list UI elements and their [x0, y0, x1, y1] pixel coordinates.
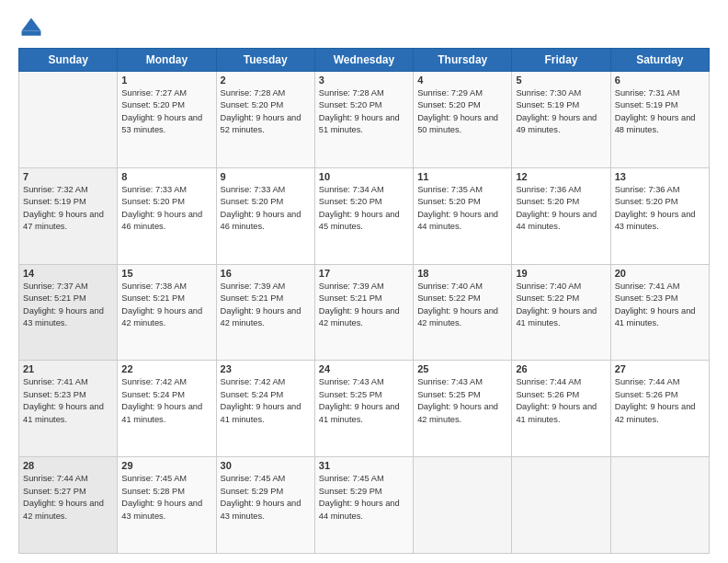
- day-number: 19: [516, 268, 606, 279]
- calendar-day-cell: 13Sunrise: 7:36 AMSunset: 5:20 PMDayligh…: [610, 167, 709, 264]
- day-info: Sunrise: 7:44 AMSunset: 5:26 PMDaylight:…: [615, 376, 705, 426]
- calendar-day-cell: 31Sunrise: 7:45 AMSunset: 5:29 PMDayligh…: [314, 457, 413, 554]
- calendar-header-row: SundayMondayTuesdayWednesdayThursdayFrid…: [19, 49, 710, 72]
- day-info: Sunrise: 7:33 AMSunset: 5:20 PMDaylight:…: [221, 184, 311, 234]
- calendar-day-cell: 18Sunrise: 7:40 AMSunset: 5:22 PMDayligh…: [414, 264, 512, 361]
- day-number: 1: [121, 75, 211, 86]
- calendar-day-cell: 23Sunrise: 7:42 AMSunset: 5:24 PMDayligh…: [216, 361, 314, 457]
- day-number: 21: [23, 363, 113, 374]
- day-number: 10: [319, 171, 409, 182]
- day-info: Sunrise: 7:42 AMSunset: 5:24 PMDaylight:…: [221, 376, 311, 426]
- calendar-day-cell: 1Sunrise: 7:27 AMSunset: 5:20 PMDaylight…: [118, 72, 216, 168]
- day-number: 23: [221, 363, 311, 374]
- day-info: Sunrise: 7:33 AMSunset: 5:20 PMDaylight:…: [121, 184, 211, 234]
- calendar-day-cell: 16Sunrise: 7:39 AMSunset: 5:21 PMDayligh…: [216, 264, 314, 361]
- calendar-header-day: Thursday: [414, 49, 512, 72]
- day-number: 18: [417, 268, 507, 279]
- calendar-day-cell: 14Sunrise: 7:37 AMSunset: 5:21 PMDayligh…: [19, 264, 118, 361]
- calendar-week-row: 28Sunrise: 7:44 AMSunset: 5:27 PMDayligh…: [19, 457, 710, 554]
- calendar-day-cell: 11Sunrise: 7:35 AMSunset: 5:20 PMDayligh…: [414, 167, 512, 264]
- day-number: 12: [516, 171, 606, 182]
- calendar-day-cell: 27Sunrise: 7:44 AMSunset: 5:26 PMDayligh…: [610, 361, 709, 457]
- svg-rect-1: [22, 31, 41, 36]
- day-info: Sunrise: 7:42 AMSunset: 5:24 PMDaylight:…: [121, 376, 211, 426]
- day-number: 7: [23, 171, 113, 182]
- day-info: Sunrise: 7:34 AMSunset: 5:20 PMDaylight:…: [319, 184, 409, 234]
- day-number: 29: [121, 460, 211, 471]
- calendar-day-cell: 2Sunrise: 7:28 AMSunset: 5:20 PMDaylight…: [216, 72, 314, 168]
- day-number: 27: [615, 363, 705, 374]
- calendar-day-cell: 12Sunrise: 7:36 AMSunset: 5:20 PMDayligh…: [512, 167, 610, 264]
- day-info: Sunrise: 7:29 AMSunset: 5:20 PMDaylight:…: [417, 87, 507, 137]
- calendar-header-day: Monday: [118, 49, 216, 72]
- calendar-week-row: 14Sunrise: 7:37 AMSunset: 5:21 PMDayligh…: [19, 264, 710, 361]
- day-info: Sunrise: 7:39 AMSunset: 5:21 PMDaylight:…: [221, 281, 311, 330]
- day-number: 30: [221, 460, 311, 471]
- calendar-day-cell: 28Sunrise: 7:44 AMSunset: 5:27 PMDayligh…: [19, 457, 118, 554]
- day-number: 4: [417, 75, 507, 86]
- calendar-day-cell: 22Sunrise: 7:42 AMSunset: 5:24 PMDayligh…: [118, 361, 216, 457]
- calendar-header-day: Friday: [512, 49, 610, 72]
- calendar-day-cell: 9Sunrise: 7:33 AMSunset: 5:20 PMDaylight…: [216, 167, 314, 264]
- calendar-week-row: 1Sunrise: 7:27 AMSunset: 5:20 PMDaylight…: [19, 72, 710, 168]
- day-info: Sunrise: 7:43 AMSunset: 5:25 PMDaylight:…: [319, 376, 409, 426]
- day-info: Sunrise: 7:38 AMSunset: 5:21 PMDaylight:…: [121, 281, 211, 330]
- day-number: 11: [417, 171, 507, 182]
- logo: [18, 15, 48, 40]
- day-info: Sunrise: 7:36 AMSunset: 5:20 PMDaylight:…: [516, 184, 606, 234]
- day-number: 16: [221, 268, 311, 279]
- day-info: Sunrise: 7:45 AMSunset: 5:29 PMDaylight:…: [221, 473, 311, 523]
- day-number: 25: [417, 363, 507, 374]
- page: SundayMondayTuesdayWednesdayThursdayFrid…: [0, 0, 728, 563]
- day-info: Sunrise: 7:40 AMSunset: 5:22 PMDaylight:…: [417, 281, 507, 330]
- calendar-day-cell: 26Sunrise: 7:44 AMSunset: 5:26 PMDayligh…: [512, 361, 610, 457]
- calendar-day-cell: 25Sunrise: 7:43 AMSunset: 5:25 PMDayligh…: [414, 361, 512, 457]
- calendar-table: SundayMondayTuesdayWednesdayThursdayFrid…: [18, 48, 710, 554]
- day-info: Sunrise: 7:41 AMSunset: 5:23 PMDaylight:…: [23, 376, 113, 426]
- day-number: 24: [319, 363, 409, 374]
- svg-marker-0: [22, 18, 41, 31]
- calendar-day-cell: 29Sunrise: 7:45 AMSunset: 5:28 PMDayligh…: [118, 457, 216, 554]
- header: [18, 15, 710, 40]
- day-number: 22: [121, 363, 211, 374]
- day-number: 14: [23, 268, 113, 279]
- day-number: 15: [121, 268, 211, 279]
- day-info: Sunrise: 7:28 AMSunset: 5:20 PMDaylight:…: [319, 87, 409, 137]
- calendar-day-cell: 4Sunrise: 7:29 AMSunset: 5:20 PMDaylight…: [414, 72, 512, 168]
- calendar-day-cell: 19Sunrise: 7:40 AMSunset: 5:22 PMDayligh…: [512, 264, 610, 361]
- day-info: Sunrise: 7:36 AMSunset: 5:20 PMDaylight:…: [615, 184, 705, 234]
- day-number: 26: [516, 363, 606, 374]
- calendar-day-cell: 5Sunrise: 7:30 AMSunset: 5:19 PMDaylight…: [512, 72, 610, 168]
- day-number: 31: [319, 460, 409, 471]
- day-info: Sunrise: 7:37 AMSunset: 5:21 PMDaylight:…: [23, 281, 113, 330]
- calendar-header-day: Sunday: [19, 49, 118, 72]
- day-number: 5: [516, 75, 606, 86]
- day-number: 6: [615, 75, 705, 86]
- calendar-day-cell: 30Sunrise: 7:45 AMSunset: 5:29 PMDayligh…: [216, 457, 314, 554]
- day-number: 17: [319, 268, 409, 279]
- calendar-day-cell: [19, 72, 118, 168]
- day-info: Sunrise: 7:31 AMSunset: 5:19 PMDaylight:…: [615, 87, 705, 137]
- day-number: 3: [319, 75, 409, 86]
- day-info: Sunrise: 7:39 AMSunset: 5:21 PMDaylight:…: [319, 281, 409, 330]
- day-info: Sunrise: 7:43 AMSunset: 5:25 PMDaylight:…: [417, 376, 507, 426]
- calendar-day-cell: 17Sunrise: 7:39 AMSunset: 5:21 PMDayligh…: [314, 264, 413, 361]
- day-info: Sunrise: 7:28 AMSunset: 5:20 PMDaylight:…: [221, 87, 311, 137]
- day-number: 2: [221, 75, 311, 86]
- calendar-day-cell: 8Sunrise: 7:33 AMSunset: 5:20 PMDaylight…: [118, 167, 216, 264]
- day-info: Sunrise: 7:40 AMSunset: 5:22 PMDaylight:…: [516, 281, 606, 330]
- calendar-day-cell: [512, 457, 610, 554]
- day-number: 20: [615, 268, 705, 279]
- day-info: Sunrise: 7:41 AMSunset: 5:23 PMDaylight:…: [615, 281, 705, 330]
- day-info: Sunrise: 7:45 AMSunset: 5:29 PMDaylight:…: [319, 473, 409, 523]
- day-number: 8: [121, 171, 211, 182]
- calendar-day-cell: 20Sunrise: 7:41 AMSunset: 5:23 PMDayligh…: [610, 264, 709, 361]
- calendar-day-cell: 7Sunrise: 7:32 AMSunset: 5:19 PMDaylight…: [19, 167, 118, 264]
- day-info: Sunrise: 7:30 AMSunset: 5:19 PMDaylight:…: [516, 87, 606, 137]
- calendar-day-cell: 3Sunrise: 7:28 AMSunset: 5:20 PMDaylight…: [314, 72, 413, 168]
- calendar-header-day: Tuesday: [216, 49, 314, 72]
- day-info: Sunrise: 7:35 AMSunset: 5:20 PMDaylight:…: [417, 184, 507, 234]
- calendar-day-cell: 15Sunrise: 7:38 AMSunset: 5:21 PMDayligh…: [118, 264, 216, 361]
- day-info: Sunrise: 7:44 AMSunset: 5:26 PMDaylight:…: [516, 376, 606, 426]
- calendar-day-cell: 24Sunrise: 7:43 AMSunset: 5:25 PMDayligh…: [314, 361, 413, 457]
